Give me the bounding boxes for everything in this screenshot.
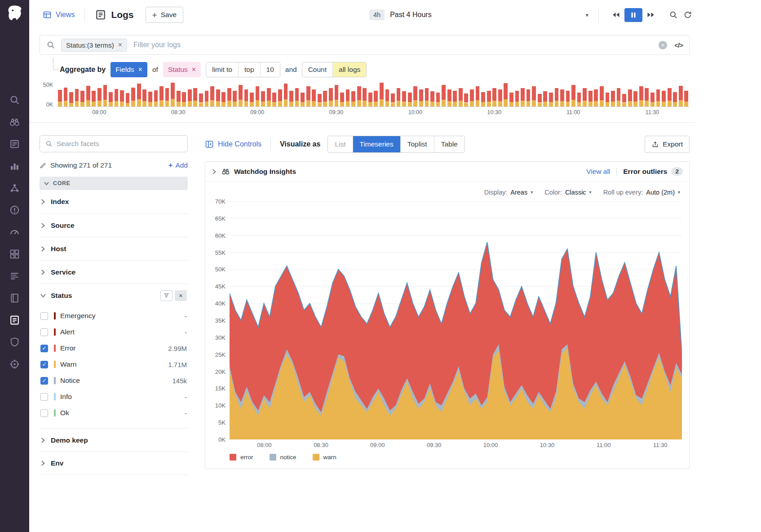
count-select[interactable]: Count [302,62,332,77]
sidebar-metrics-button[interactable] [9,160,20,172]
status-label: Alert [60,328,75,336]
checkbox-ok[interactable] [40,409,48,417]
checkbox-emergency[interactable] [40,312,48,320]
facet-filter-button[interactable] [160,290,173,301]
facet-search-input[interactable] [57,140,182,148]
sidebar-notebooks-button[interactable] [9,293,20,304]
divider [84,7,85,22]
plus-icon: + [168,161,173,169]
facet-clear-button[interactable]: × [175,290,187,301]
rewind-button[interactable] [609,9,623,21]
facet-value-notice[interactable]: ✓Notice145k [40,372,187,389]
histogram-x-tick: 09:30 [329,109,343,115]
facet-value-ok[interactable]: Ok- [40,405,187,421]
sidebar-live-tail-button[interactable] [9,270,20,282]
save-button[interactable]: + Save [146,7,183,23]
limit-to-label[interactable]: limit to [206,62,238,77]
of-label: of [152,66,158,74]
checkbox-info[interactable] [40,393,48,401]
time-range-picker[interactable]: 4h Past 4 Hours ▾ [369,9,588,20]
sidebar-profiling-button[interactable] [9,359,20,370]
clear-search-icon[interactable]: × [659,41,667,49]
refresh-button[interactable] [681,9,695,21]
sidebar-watchdog-button[interactable] [9,116,20,128]
checkbox-alert[interactable] [40,328,48,336]
remove-filter-icon[interactable]: × [118,41,122,49]
code-view-toggle[interactable]: </> [674,41,683,49]
display-select[interactable]: Areas [510,189,527,196]
log-search-bar: Status:(3 terms) × × </> [40,35,690,55]
facet-value-error[interactable]: ✓Error2.99M [40,340,187,356]
legend-swatch-notice [270,454,276,461]
view-all-link[interactable]: View all [586,168,610,176]
aggregate-fields-button[interactable]: Fields × [111,62,147,77]
status-color-bar [54,345,56,352]
chart-y-label: 45K [215,283,226,290]
checkbox-warn[interactable]: ✓ [40,361,48,368]
sidebar-log-stream-button[interactable] [9,138,20,150]
content-area: Hide Controls Visualize as ListTimeserie… [205,135,690,469]
histogram-y-max: 50K [43,82,53,88]
pencil-icon[interactable] [40,162,46,169]
scope-select[interactable]: all logs [332,62,366,77]
facet-value-info[interactable]: Info- [40,389,187,405]
legend-notice[interactable]: notice [270,454,296,461]
zoom-button[interactable] [666,9,681,21]
color-select[interactable]: Classic [565,189,586,196]
facet-pill-status[interactable]: Status × [163,62,201,77]
export-button[interactable]: Export [645,136,690,153]
legend-error[interactable]: error [230,454,253,461]
checkbox-error[interactable]: ✓ [40,345,48,352]
error-outliers-label[interactable]: Error outliers [623,168,667,176]
chevron-right-icon [40,223,46,228]
facet-search[interactable] [40,135,188,152]
sidebar-dashboards-button[interactable] [9,226,20,238]
facet-group-index[interactable]: Index [40,190,188,213]
sidebar-security-button[interactable] [9,337,20,348]
facet-group-service[interactable]: Service [40,260,188,284]
checkbox-notice[interactable]: ✓ [40,377,48,385]
facet-group-host[interactable]: Host [40,237,188,260]
viz-option-table[interactable]: Table [434,136,465,152]
divider [616,168,617,176]
and-label: and [285,66,297,74]
chart-plot-area[interactable] [230,201,682,439]
remove-fields-icon[interactable]: × [138,66,142,73]
facet-group-demo-keep[interactable]: Demo keep [40,428,188,452]
histogram-plot[interactable] [58,83,690,107]
remove-facet-icon[interactable]: × [192,66,196,73]
facet-group-status[interactable]: Status × [40,284,188,307]
datadog-logo-icon[interactable] [5,4,24,22]
facet-value-warn[interactable]: ✓Warn1.71M [40,356,187,372]
sidebar-logs-button[interactable] [9,315,20,326]
facet-count-text: Showing 271 of 271 [50,161,112,169]
core-section-header[interactable]: CORE [40,177,188,190]
sidebar-service-map-button[interactable] [9,182,20,194]
viz-option-list[interactable]: List [328,136,352,152]
views-button[interactable]: Views [43,10,75,19]
legend-warn[interactable]: warn [313,454,336,461]
facet-group-env[interactable]: Env [40,452,188,475]
add-label: Add [175,161,188,169]
viz-option-timeseries[interactable]: Timeseries [353,136,400,152]
facet-value-alert[interactable]: Alert- [40,324,187,340]
add-facet-button[interactable]: + Add [168,161,188,169]
pause-button[interactable] [624,8,642,22]
viz-option-toplist[interactable]: Toplist [400,136,434,152]
sidebar-ci-pipelines-button[interactable] [9,248,20,260]
search-filter-pill[interactable]: Status:(3 terms) × [61,39,127,52]
search-input[interactable] [133,41,659,49]
status-color-bar [54,312,56,319]
facet-value-emergency[interactable]: Emergency- [40,308,187,324]
rollup-select[interactable]: Auto (2m) [646,189,675,196]
fast-forward-button[interactable] [644,9,658,21]
top-select[interactable]: top [238,62,260,77]
top-count-select[interactable]: 10 [260,62,280,77]
histogram-y-axis: 50K 0K [40,83,58,107]
page-title-text: Logs [111,9,133,20]
sidebar-error-tracking-button[interactable] [9,204,20,216]
hide-controls-button[interactable]: Hide Controls [205,140,261,149]
sidebar-search-button[interactable] [9,94,20,106]
watchdog-insights-bar[interactable]: Watchdog Insights View all Error outlier… [205,162,689,182]
facet-group-source[interactable]: Source [40,213,188,237]
